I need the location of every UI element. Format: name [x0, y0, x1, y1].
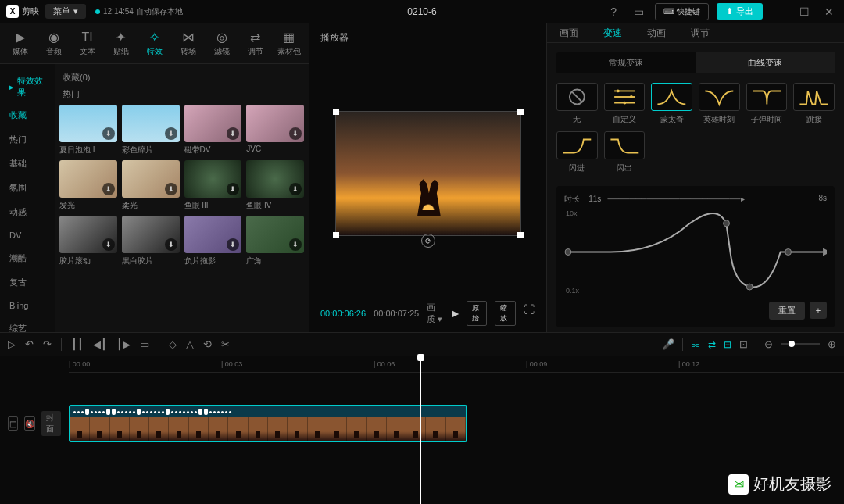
download-icon[interactable]: ⬇ — [165, 183, 177, 195]
category-综艺[interactable]: 综艺 — [0, 316, 55, 332]
scale-button[interactable]: 缩放 — [495, 301, 515, 326]
download-icon[interactable]: ⬇ — [289, 238, 302, 251]
asset-tab-滤镜[interactable]: ◎滤镜 — [205, 23, 238, 63]
effect-item[interactable]: ⬇彩色碎片 — [122, 105, 180, 155]
preset-闪出[interactable]: 闪出 — [604, 131, 646, 173]
effect-item[interactable]: ⬇黑白胶片 — [122, 216, 180, 266]
property-tab-变速[interactable]: 变速 — [591, 23, 635, 42]
asset-tab-媒体[interactable]: ▶媒体 — [3, 23, 37, 63]
asset-tab-贴纸[interactable]: ✦贴纸 — [104, 23, 138, 63]
property-tab-画面[interactable]: 画面 — [547, 23, 591, 42]
category-基础[interactable]: 基础 — [0, 152, 55, 176]
category-复古[interactable]: 复古 — [0, 270, 55, 295]
preset-英雄时刻[interactable]: 英雄时刻 — [699, 83, 740, 125]
asset-tab-文本[interactable]: TI文本 — [70, 23, 104, 63]
effect-item[interactable]: ⬇JVC — [246, 105, 304, 155]
asset-tab-音频[interactable]: ◉音频 — [37, 23, 70, 63]
snap-icon[interactable]: ⊟ — [724, 339, 731, 350]
category-氛围[interactable]: 氛围 — [0, 176, 55, 200]
split-icon[interactable]: ┃┃ — [71, 338, 84, 350]
select-tool-icon[interactable]: ▷ — [8, 338, 16, 350]
add-point-button[interactable]: + — [810, 302, 827, 319]
undo-icon[interactable]: ↶ — [25, 338, 34, 350]
speed-mode-0[interactable]: 常规变速 — [556, 52, 696, 73]
resize-handle[interactable] — [333, 232, 339, 238]
effect-item[interactable]: ⬇柔光 — [122, 160, 180, 211]
original-ratio-button[interactable]: 原始 — [467, 301, 487, 326]
effect-item[interactable]: ⬇发光 — [59, 160, 117, 211]
minimize-icon[interactable]: — — [771, 3, 788, 20]
effect-item[interactable]: ⬇鱼眼 III — [184, 160, 242, 211]
download-icon[interactable]: ⬇ — [102, 183, 115, 195]
layout-icon[interactable]: ▭ — [630, 3, 647, 20]
refresh-icon[interactable]: ⟳ — [421, 234, 435, 248]
asset-tab-调节[interactable]: ⇄调节 — [238, 23, 272, 63]
download-icon[interactable]: ⬇ — [289, 127, 302, 140]
download-icon[interactable]: ⬇ — [102, 238, 115, 251]
close-icon[interactable]: ✕ — [821, 3, 838, 20]
effect-item[interactable]: ⬇负片拖影 — [184, 216, 242, 266]
asset-tab-特效[interactable]: ✧特效 — [138, 23, 171, 63]
download-icon[interactable]: ⬇ — [289, 183, 302, 195]
asset-tab-素材包[interactable]: ▦素材包 — [272, 23, 306, 63]
download-icon[interactable]: ⬇ — [227, 183, 239, 195]
category-潮酷[interactable]: 潮酷 — [0, 246, 55, 270]
menu-button[interactable]: 菜单▾ — [45, 4, 86, 19]
preset-闪进[interactable]: 闪进 — [556, 131, 598, 173]
redo-icon[interactable]: ↷ — [43, 338, 52, 350]
resize-handle[interactable] — [517, 232, 524, 238]
effect-item[interactable]: ⬇磁带DV — [184, 105, 242, 155]
asset-tab-转场[interactable]: ⋈转场 — [171, 23, 205, 63]
resize-handle[interactable] — [517, 109, 524, 115]
category-DV[interactable]: DV — [0, 224, 55, 246]
effect-item[interactable]: ⬇广角 — [246, 216, 304, 266]
track-toggle-icon[interactable]: ◫ — [8, 416, 18, 431]
time-ruler[interactable]: | 00:00| 00:03| 00:06| 00:09| 00:12 — [69, 359, 844, 373]
effect-item[interactable]: ⬇夏日泡泡 I — [59, 105, 117, 155]
speed-mode-1[interactable]: 曲线变速 — [696, 52, 835, 73]
freeze-icon[interactable]: ◇ — [169, 338, 177, 350]
cover-label[interactable]: 封面 — [41, 411, 61, 436]
help-icon[interactable]: ? — [605, 3, 622, 20]
magnet-icon[interactable]: ⫘ — [691, 339, 700, 350]
reset-button[interactable]: 重置 — [769, 302, 805, 320]
preset-自定义[interactable]: 自定义 — [604, 83, 646, 125]
property-tab-调节[interactable]: 调节 — [678, 23, 722, 42]
preview-icon[interactable]: ⊡ — [739, 338, 748, 350]
quality-selector[interactable]: 画质 ▾ — [427, 302, 444, 325]
download-icon[interactable]: ⬇ — [165, 238, 177, 251]
graph-canvas[interactable]: 10x 0.1x — [564, 209, 827, 295]
mirror-icon[interactable]: △ — [186, 338, 194, 350]
effect-item[interactable]: ⬇鱼眼 IV — [246, 160, 304, 211]
mic-icon[interactable]: 🎤 — [662, 338, 674, 350]
download-icon[interactable]: ⬇ — [227, 127, 239, 140]
zoom-in-icon[interactable]: ⊕ — [828, 338, 836, 350]
delete-icon[interactable]: ▭ — [140, 338, 149, 350]
video-clip[interactable] — [69, 405, 467, 442]
playhead[interactable] — [420, 356, 421, 504]
export-button[interactable]: ⬆ 导出 — [717, 3, 763, 20]
download-icon[interactable]: ⬇ — [227, 238, 239, 251]
zoom-out-icon[interactable]: ⊖ — [764, 338, 773, 350]
preset-跳接[interactable]: 跳接 — [793, 83, 835, 125]
preset-子弹时间[interactable]: 子弹时间 — [746, 83, 788, 125]
play-button[interactable]: ▶ — [452, 308, 459, 319]
effect-item[interactable]: ⬇胶片滚动 — [59, 216, 117, 266]
preset-无[interactable]: 无 — [556, 83, 598, 125]
category-热门[interactable]: 热门 — [0, 127, 55, 152]
category-动感[interactable]: 动感 — [0, 200, 55, 224]
shortcut-button[interactable]: ⌨ 快捷键 — [655, 3, 709, 20]
timeline[interactable]: | 00:00| 00:03| 00:06| 00:09| 00:12 ◫ 🔇 … — [0, 356, 844, 504]
crop-icon[interactable]: ✂ — [221, 338, 230, 350]
category-Bling[interactable]: Bling — [0, 295, 55, 316]
category-收藏[interactable]: 收藏 — [0, 103, 55, 127]
rotate-icon[interactable]: ⟲ — [203, 338, 212, 350]
maximize-icon[interactable]: ☐ — [796, 3, 813, 20]
track-mute-icon[interactable]: 🔇 — [24, 416, 35, 431]
delete-right-icon[interactable]: ┃▶ — [116, 338, 131, 350]
preset-蒙太奇[interactable]: 蒙太奇 — [651, 83, 692, 125]
property-tab-动画[interactable]: 动画 — [635, 23, 678, 42]
zoom-slider[interactable] — [781, 343, 820, 345]
download-icon[interactable]: ⬇ — [165, 127, 177, 140]
link-icon[interactable]: ⇄ — [708, 339, 716, 350]
